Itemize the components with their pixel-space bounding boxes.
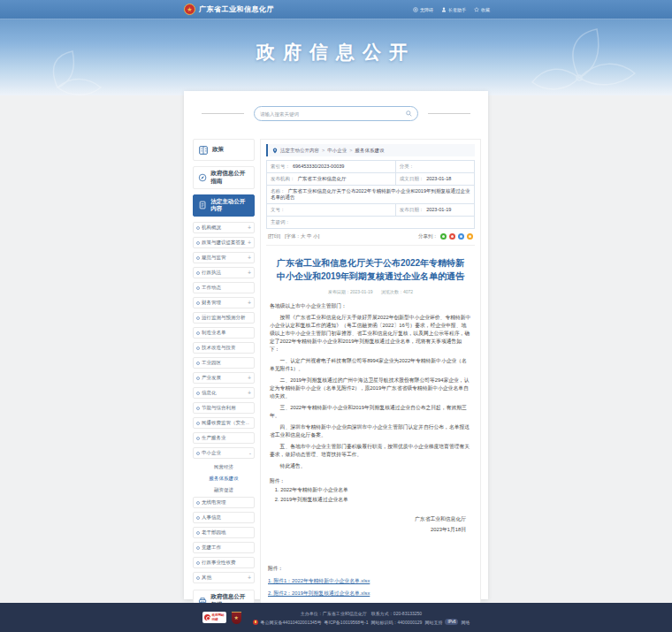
article-paragraph: 各地级以上市中小企业主管部门： <box>270 302 471 310</box>
website-error-report-badge[interactable]: 政府网站找错 <box>202 612 226 623</box>
national-emblem-icon: ★ <box>184 4 195 15</box>
star-icon <box>474 7 479 12</box>
ring-icon <box>196 301 200 305</box>
sidebar-item-label: 民爆收费监管（安全… <box>202 420 249 426</box>
ring-icon <box>196 531 200 535</box>
sidebar-item-label: 行政执法 <box>202 270 246 276</box>
expand-icon: + <box>248 390 251 396</box>
sidebar-item[interactable]: 财务管理+ <box>193 297 255 308</box>
sidebar-item[interactable]: 生产服务业 <box>193 432 255 444</box>
sidebar-item[interactable]: 运行监测与预测分析 <box>193 312 255 324</box>
content-panel: 法定主动公开内容 > 中小企业 > 服务体系建设 索引号：696453330/2… <box>260 139 481 609</box>
search-box <box>254 106 418 121</box>
search-icon[interactable] <box>406 110 412 117</box>
inline-attachments: 附件： 1. 2022年专精特新中小企业名单 2. 2019年到期复核通过企业名… <box>270 476 471 504</box>
favorite-link[interactable]: 收藏 <box>474 7 490 12</box>
sidebar-item[interactable]: 人事信息 <box>193 512 255 523</box>
sidebar-item[interactable]: 无线电管理 <box>193 497 255 508</box>
site-logo[interactable]: ★ 广东省工业和信息化厅 <box>184 4 274 15</box>
compass-icon <box>198 172 207 183</box>
breadcrumb-item[interactable]: 法定主动公开内容 <box>280 148 319 154</box>
main-card: 政策 政府信息公开指南 法定主动公开内容 机构概况+ 政策与建议提案答复…+ 规… <box>184 91 488 599</box>
print-button[interactable]: [打印] <box>268 233 280 240</box>
meta-docno-cell: 文号： <box>267 204 396 217</box>
sidebar-subitem-private-economy[interactable]: 民营经济 <box>193 462 255 472</box>
sidebar-item[interactable]: 党建工作 <box>193 542 255 553</box>
location-pin-icon <box>272 148 278 154</box>
ipv6-suffix: 网络 <box>461 618 470 627</box>
icp-number[interactable]: 粤ICP备10019568号-1 <box>325 618 369 627</box>
beian-number[interactable]: 粤公网安备44010402001345号 <box>261 618 322 627</box>
sidebar-item[interactable]: 民爆收费监管（安全… <box>193 417 255 429</box>
sidebar-item[interactable]: 产业发展+ <box>193 372 255 384</box>
sidebar-item[interactable]: 机构概况+ <box>193 222 255 233</box>
ring-icon <box>196 516 200 520</box>
sidebar-item-label: 政府信息公开指南 <box>210 170 249 186</box>
sidebar-item-label: 运行监测与预测分析 <box>202 315 249 321</box>
attachments-section: 附件： 1. 附件1：2022年专精特新中小企业名单.xlsx 2. 附件2：2… <box>268 565 473 598</box>
ring-icon <box>196 392 200 395</box>
breadcrumb-item[interactable]: 中小企业 <box>327 148 347 154</box>
elder-assistant-link[interactable]: 长者助手 <box>441 7 466 12</box>
search-row <box>184 106 488 121</box>
footer-line1: 主办单位：广东省工业和信息化厅 联系方式：020-83133250 <box>253 609 470 618</box>
meta-label: 主题词： <box>271 219 290 225</box>
sidebar-item[interactable]: 工作动态 <box>193 282 255 293</box>
find-error-icon <box>204 614 210 621</box>
sidebar-item[interactable]: 行政事业性收费 <box>193 557 255 568</box>
sidebar-item-label: 节能与综合利用 <box>202 405 249 411</box>
expand-icon: + <box>248 225 251 231</box>
sidebar-item[interactable]: 老干部园地 <box>193 527 255 538</box>
wechat-share-icon[interactable] <box>440 233 447 240</box>
sidebar-item[interactable]: 规范与监管+ <box>193 252 255 263</box>
sidebar-subitem-financing[interactable]: 融资促进 <box>193 485 255 495</box>
article-paragraph: 特此通告。 <box>270 462 471 470</box>
search-input[interactable] <box>260 111 406 117</box>
attachment-link[interactable]: 1. 附件1：2022年专精特新中小企业名单.xlsx <box>268 578 370 583</box>
sidebar-item-sme[interactable]: 中小企业- <box>193 447 255 459</box>
sidebar-item-label: 其他 <box>202 575 246 581</box>
sidebar-item-label: 工业园区 <box>202 360 249 366</box>
book-icon <box>198 145 209 156</box>
site-code: 网站标识码：4400000129 <box>371 618 423 627</box>
sidebar-item-statutory-disclosure[interactable]: 法定主动公开内容 <box>193 194 255 217</box>
ring-icon <box>196 256 200 260</box>
ring-icon <box>196 226 200 230</box>
sidebar-item[interactable]: 节能与综合利用 <box>193 402 255 414</box>
party-government-badge[interactable]: ★ <box>232 612 241 624</box>
qzone-share-icon[interactable] <box>467 233 473 240</box>
signature-date: 2023年1月18日 <box>275 525 466 536</box>
article-views: 浏览次数：4072 <box>381 289 413 294</box>
sidebar-item[interactable]: 制造业名单 <box>193 327 255 339</box>
sidebar-item-label: 政策 <box>212 146 224 154</box>
accessibility-link[interactable]: 无障碍 <box>413 7 433 12</box>
signature-block: 广东省工业和信息化厅 2023年1月18日 <box>275 514 466 535</box>
article-paragraph: 三、2022年专精特新中小企业和2019年到期复核通过企业自公布之日起，有效期三… <box>270 404 471 420</box>
expand-icon: + <box>248 255 251 261</box>
ring-icon <box>196 546 200 550</box>
sidebar-item[interactable]: 信息化+ <box>193 387 255 399</box>
font-size-control[interactable]: [字体：大 中 小] <box>285 233 319 240</box>
meta-name-cell: 名称：广东省工业和信息化厅关于公布2022年专精特新中小企业和2019年到期复核… <box>267 186 475 204</box>
article-paragraph: 按照《广东省工业和信息化厅关于做好开展2022年创新型中小企业评价、专精特新中小… <box>270 314 471 354</box>
badge-text: 找错 <box>212 618 218 621</box>
sidebar-item[interactable]: 行政执法+ <box>193 267 255 278</box>
sidebar-item[interactable]: 其他+ <box>193 572 255 583</box>
sidebar-item[interactable]: 政策与建议提案答复…+ <box>193 237 255 248</box>
sidebar-item[interactable]: 工业园区 <box>193 357 255 369</box>
page-title: 政府信息公开 <box>0 40 672 65</box>
ring-icon <box>196 377 200 380</box>
person-icon <box>441 7 447 12</box>
sidebar-subitem-service-system[interactable]: 服务体系建设 <box>193 474 255 484</box>
attachment-link[interactable]: 2. 附件2：2019年到期复核通过企业名单.xlsx <box>268 590 370 596</box>
inline-attachment-item: 2. 2019年到期复核通过企业名单 <box>270 495 471 504</box>
sidebar-item-guide[interactable]: 政府信息公开指南 <box>193 166 255 189</box>
meta-label: 名称： <box>271 188 286 194</box>
ring-icon <box>196 286 200 290</box>
ring-icon <box>196 407 200 410</box>
qq-share-icon[interactable] <box>458 233 464 240</box>
weibo-share-icon[interactable] <box>449 233 455 240</box>
sidebar-item[interactable]: 技术改造与投资 <box>193 342 255 354</box>
attachments-title: 附件： <box>268 565 473 573</box>
sidebar-item-policy[interactable]: 政策 <box>193 139 255 161</box>
